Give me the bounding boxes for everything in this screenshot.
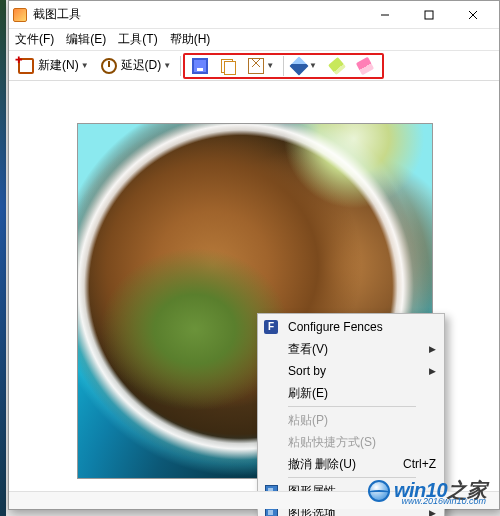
canvas-area: F Configure Fences 查看(V) ▶ Sort by ▶ 刷新(… bbox=[9, 83, 499, 489]
ctx-paste-shortcut: 粘贴快捷方式(S) bbox=[260, 431, 442, 453]
pen-icon bbox=[289, 56, 308, 75]
highlighted-tool-group: ▼ ▼ bbox=[183, 53, 384, 79]
eraser-icon bbox=[356, 56, 374, 74]
titlebar: 截图工具 bbox=[9, 1, 499, 29]
copy-button[interactable] bbox=[215, 54, 241, 78]
delay-button[interactable]: 延迟(D) ▼ bbox=[96, 54, 177, 78]
save-button[interactable] bbox=[187, 54, 213, 78]
menubar: 文件(F) 编辑(E) 工具(T) 帮助(H) bbox=[9, 29, 499, 51]
menu-file[interactable]: 文件(F) bbox=[15, 31, 54, 48]
menu-help[interactable]: 帮助(H) bbox=[170, 31, 211, 48]
minimize-button[interactable] bbox=[363, 2, 407, 28]
separator bbox=[283, 56, 284, 76]
clock-icon bbox=[101, 58, 117, 74]
new-label: 新建(N) bbox=[38, 57, 79, 74]
eraser-button[interactable] bbox=[352, 54, 378, 78]
watermark: win10之家 www.2016win10.com bbox=[368, 477, 486, 504]
new-snip-button[interactable]: 新建(N) ▼ bbox=[13, 54, 94, 78]
chevron-right-icon: ▶ bbox=[429, 366, 436, 376]
chevron-down-icon: ▼ bbox=[309, 61, 317, 70]
svg-rect-1 bbox=[425, 11, 433, 19]
toolbar: 新建(N) ▼ 延迟(D) ▼ ▼ ▼ bbox=[9, 51, 499, 81]
window-title: 截图工具 bbox=[33, 6, 81, 23]
fences-icon: F bbox=[262, 319, 280, 335]
maximize-button[interactable] bbox=[407, 2, 451, 28]
ctx-undo-delete[interactable]: 撤消 删除(U) Ctrl+Z bbox=[260, 453, 442, 475]
scissors-icon bbox=[18, 58, 34, 74]
pen-button[interactable]: ▼ bbox=[286, 54, 322, 78]
chevron-down-icon: ▼ bbox=[266, 61, 274, 70]
mail-icon bbox=[248, 58, 264, 74]
copy-icon bbox=[220, 58, 236, 74]
ctx-paste: 粘贴(P) bbox=[260, 409, 442, 431]
chevron-right-icon: ▶ bbox=[429, 508, 436, 516]
send-button[interactable]: ▼ bbox=[243, 54, 279, 78]
app-icon bbox=[13, 8, 27, 22]
globe-icon bbox=[368, 480, 390, 502]
chevron-down-icon: ▼ bbox=[163, 61, 171, 70]
watermark-url: www.2016win10.com bbox=[401, 496, 486, 506]
ctx-sort-by[interactable]: Sort by ▶ bbox=[260, 360, 442, 382]
highlighter-icon bbox=[328, 56, 346, 74]
snipping-tool-window: 截图工具 文件(F) 编辑(E) 工具(T) 帮助(H) 新建(N) ▼ 延迟(… bbox=[8, 0, 500, 510]
ctx-configure-fences[interactable]: F Configure Fences bbox=[260, 316, 442, 338]
menu-tools[interactable]: 工具(T) bbox=[118, 31, 157, 48]
chevron-down-icon: ▼ bbox=[81, 61, 89, 70]
delay-label: 延迟(D) bbox=[121, 57, 162, 74]
close-button[interactable] bbox=[451, 2, 495, 28]
highlighter-button[interactable] bbox=[324, 54, 350, 78]
menu-edit[interactable]: 编辑(E) bbox=[66, 31, 106, 48]
chevron-right-icon: ▶ bbox=[429, 344, 436, 354]
ctx-refresh[interactable]: 刷新(E) bbox=[260, 382, 442, 404]
ctx-view[interactable]: 查看(V) ▶ bbox=[260, 338, 442, 360]
separator bbox=[180, 56, 181, 76]
separator bbox=[288, 406, 416, 407]
save-icon bbox=[192, 58, 208, 74]
shortcut: Ctrl+Z bbox=[403, 457, 436, 471]
